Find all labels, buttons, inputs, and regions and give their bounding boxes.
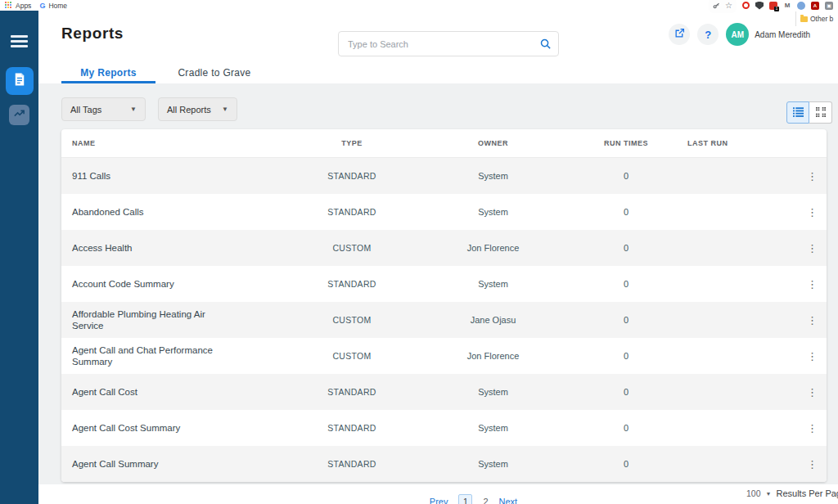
table-row[interactable]: Agent Call Summary STANDARD System 0 ⋮ bbox=[61, 446, 827, 482]
report-run-times-cell: 0 bbox=[565, 243, 687, 253]
report-owner-cell: System bbox=[421, 171, 565, 181]
report-type-cell: CUSTOM bbox=[282, 243, 421, 253]
report-name-cell[interactable]: Agent Call Summary bbox=[61, 458, 282, 470]
opera-icon[interactable] bbox=[742, 2, 750, 9]
report-name-cell[interactable]: Affordable Plumbing Heating Air Service bbox=[61, 308, 282, 332]
search-input[interactable] bbox=[338, 31, 559, 56]
report-name: Affordable Plumbing Heating Air Service bbox=[72, 308, 226, 332]
next-page-button[interactable]: Next bbox=[499, 497, 518, 504]
table-row[interactable]: Affordable Plumbing Heating Air Service … bbox=[61, 302, 827, 338]
table-row[interactable]: Agent Call Cost STANDARD System 0 ⋮ bbox=[61, 374, 827, 410]
column-header-run-times[interactable]: RUN TIMES bbox=[565, 139, 687, 147]
tab-my-reports-label: My Reports bbox=[80, 67, 136, 79]
pagination-bar: Prev 1 2 Next 100 ▼ Results Per Page bbox=[38, 484, 838, 504]
avatar-initials: AM bbox=[731, 30, 744, 39]
grid-view-button[interactable] bbox=[809, 101, 832, 124]
kebab-menu-icon[interactable]: ⋮ bbox=[798, 387, 827, 398]
help-button[interactable]: ? bbox=[697, 24, 719, 45]
page-2-button[interactable]: 2 bbox=[483, 497, 488, 504]
kebab-menu-icon[interactable]: ⋮ bbox=[798, 351, 827, 362]
report-name-cell[interactable]: Account Code Summary bbox=[61, 278, 282, 290]
report-type-cell: STANDARD bbox=[282, 459, 421, 469]
report-name: Agent Call Cost Summary bbox=[72, 422, 180, 434]
search-icon[interactable] bbox=[539, 38, 552, 53]
report-type-cell: STANDARD bbox=[282, 207, 421, 217]
bookmark-apps[interactable]: Apps bbox=[5, 2, 31, 10]
content-area: Reports ? AM Adam Meredith My R bbox=[38, 11, 838, 504]
kebab-menu-icon[interactable]: ⋮ bbox=[798, 315, 827, 326]
column-header-type[interactable]: TYPE bbox=[282, 139, 421, 147]
report-name-cell[interactable]: Agent Call Cost Summary bbox=[61, 422, 282, 434]
table-row[interactable]: Access Health CUSTOM Jon Florence 0 ⋮ bbox=[61, 230, 827, 266]
kebab-menu-icon[interactable]: ⋮ bbox=[798, 207, 827, 218]
column-header-name[interactable]: NAME bbox=[61, 139, 282, 147]
report-name: 911 Calls bbox=[72, 170, 110, 182]
kebab-menu-icon[interactable]: ⋮ bbox=[798, 279, 827, 290]
table-header-row: NAME TYPE OWNER RUN TIMES LAST RUN bbox=[61, 129, 827, 158]
other-bookmarks-label: Other b bbox=[810, 15, 833, 23]
apps-grid-icon bbox=[5, 2, 12, 9]
page-1-button[interactable]: 1 bbox=[458, 494, 472, 504]
list-view-button[interactable] bbox=[786, 101, 809, 124]
tab-cradle-to-grave[interactable]: Cradle to Grave bbox=[165, 61, 264, 83]
search-box bbox=[338, 31, 559, 56]
tags-filter-dropdown[interactable]: All Tags ▼ bbox=[61, 97, 146, 121]
table-row[interactable]: Agent Call Cost Summary STANDARD System … bbox=[61, 410, 827, 446]
bookmark-home[interactable]: G Home bbox=[39, 2, 67, 10]
report-name-cell[interactable]: Agent Call and Chat Performance Summary bbox=[61, 344, 282, 368]
pdf-icon[interactable]: A bbox=[811, 2, 819, 10]
report-name-cell[interactable]: 911 Calls bbox=[61, 170, 282, 182]
report-run-times-cell: 0 bbox=[565, 387, 687, 397]
folder-icon bbox=[800, 16, 808, 22]
kebab-menu-icon[interactable]: ⋮ bbox=[798, 459, 827, 470]
page-title: Reports bbox=[61, 25, 124, 43]
red-extension-icon[interactable]: 1 bbox=[769, 2, 777, 10]
column-header-last-run[interactable]: LAST RUN bbox=[687, 139, 798, 147]
table-row[interactable]: Abandoned Calls STANDARD System 0 ⋮ bbox=[61, 194, 827, 230]
report-type-cell: STANDARD bbox=[282, 387, 421, 397]
report-name-cell[interactable]: Access Health bbox=[61, 242, 282, 254]
kebab-menu-icon[interactable]: ⋮ bbox=[798, 243, 827, 254]
tab-my-reports[interactable]: My Reports bbox=[61, 61, 155, 83]
other-bookmarks[interactable]: Other b bbox=[795, 11, 838, 26]
kebab-menu-icon[interactable]: ⋮ bbox=[798, 423, 827, 434]
key-icon[interactable] bbox=[713, 0, 720, 13]
table-row[interactable]: 911 Calls STANDARD System 0 ⋮ bbox=[61, 158, 827, 194]
hamburger-menu-icon[interactable] bbox=[11, 35, 28, 47]
list-view-icon bbox=[793, 106, 804, 120]
report-owner-cell: System bbox=[421, 207, 565, 217]
reports-table: NAME TYPE OWNER RUN TIMES LAST RUN 911 C… bbox=[61, 129, 827, 482]
table-row[interactable]: Agent Call and Chat Performance Summary … bbox=[61, 338, 827, 374]
table-row[interactable]: Account Code Summary STANDARD System 0 ⋮ bbox=[61, 266, 827, 302]
mail-icon[interactable]: M bbox=[783, 2, 791, 10]
report-run-times-cell: 0 bbox=[565, 279, 687, 289]
reports-filter-dropdown[interactable]: All Reports ▼ bbox=[158, 97, 237, 121]
tab-cradle-to-grave-label: Cradle to Grave bbox=[178, 67, 250, 79]
column-header-owner[interactable]: OWNER bbox=[421, 139, 565, 147]
grid-view-icon bbox=[816, 106, 826, 120]
app-window: Reports ? AM Adam Meredith My R bbox=[0, 11, 838, 504]
report-name-cell[interactable]: Abandoned Calls bbox=[61, 206, 282, 218]
help-icon: ? bbox=[705, 29, 711, 41]
report-name: Agent Call Cost bbox=[72, 386, 137, 398]
reports-filter-value: All Reports bbox=[167, 105, 211, 115]
report-name: Agent Call Summary bbox=[72, 458, 158, 470]
report-owner-cell: Jon Florence bbox=[421, 243, 565, 253]
report-type-cell: STANDARD bbox=[282, 279, 421, 289]
avatar[interactable]: AM bbox=[726, 23, 749, 46]
external-link-button[interactable] bbox=[669, 24, 690, 45]
report-name-cell[interactable]: Agent Call Cost bbox=[61, 386, 282, 398]
shield-icon[interactable] bbox=[755, 2, 764, 10]
prev-page-button[interactable]: Prev bbox=[430, 497, 448, 504]
per-page-select[interactable]: 100 bbox=[746, 488, 761, 498]
kebab-menu-icon[interactable]: ⋮ bbox=[798, 171, 827, 182]
sidebar-item-analytics[interactable] bbox=[9, 105, 29, 125]
chevron-down-icon[interactable]: ▼ bbox=[766, 491, 772, 497]
extension-badge: 1 bbox=[774, 7, 779, 11]
star-bookmark-icon[interactable]: ☆ bbox=[725, 2, 732, 10]
report-owner-cell: System bbox=[421, 387, 565, 397]
profile-extension-icon[interactable] bbox=[797, 2, 805, 10]
sidebar-item-reports[interactable] bbox=[6, 67, 34, 95]
table-body: 911 Calls STANDARD System 0 ⋮ Abandoned … bbox=[61, 158, 827, 482]
dark-extension-icon[interactable]: ▣ bbox=[825, 2, 833, 10]
